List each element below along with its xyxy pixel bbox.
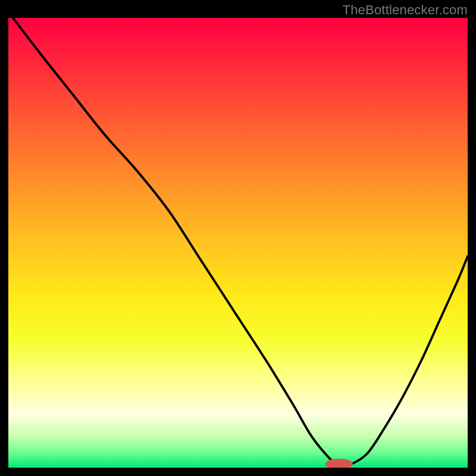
chart-frame [8,18,468,468]
watermark-text: TheBottlenecker.com [343,2,468,18]
chart-svg [8,18,468,468]
chart-background [8,18,468,468]
